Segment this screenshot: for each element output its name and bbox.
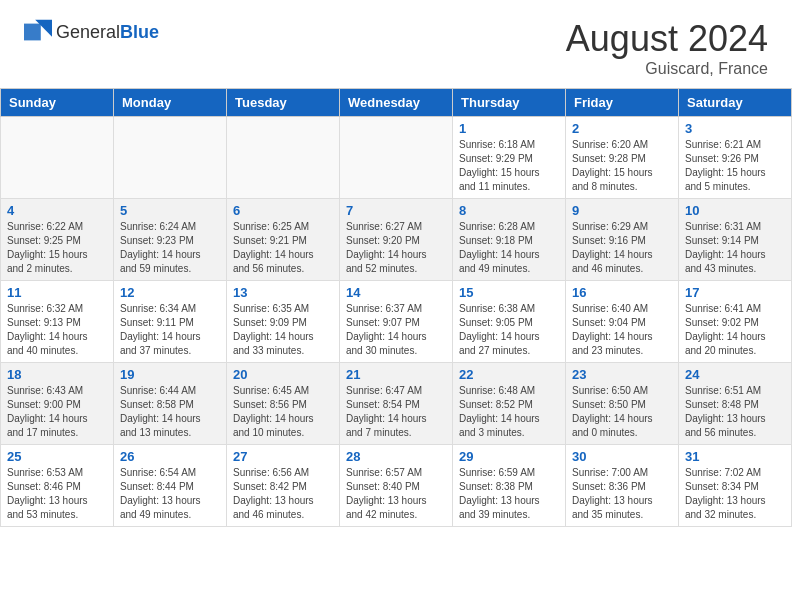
day-number-9: 9: [572, 203, 672, 218]
calendar-header: SundayMondayTuesdayWednesdayThursdayFrid…: [1, 89, 792, 117]
day-header-thursday: Thursday: [453, 89, 566, 117]
day-info-26: Sunrise: 6:54 AM Sunset: 8:44 PM Dayligh…: [120, 466, 220, 522]
day-info-13: Sunrise: 6:35 AM Sunset: 9:09 PM Dayligh…: [233, 302, 333, 358]
day-cell-13: 13Sunrise: 6:35 AM Sunset: 9:09 PM Dayli…: [227, 281, 340, 363]
day-number-11: 11: [7, 285, 107, 300]
day-info-29: Sunrise: 6:59 AM Sunset: 8:38 PM Dayligh…: [459, 466, 559, 522]
day-info-6: Sunrise: 6:25 AM Sunset: 9:21 PM Dayligh…: [233, 220, 333, 276]
day-cell-6: 6Sunrise: 6:25 AM Sunset: 9:21 PM Daylig…: [227, 199, 340, 281]
day-header-friday: Friday: [566, 89, 679, 117]
day-cell-17: 17Sunrise: 6:41 AM Sunset: 9:02 PM Dayli…: [679, 281, 792, 363]
day-info-12: Sunrise: 6:34 AM Sunset: 9:11 PM Dayligh…: [120, 302, 220, 358]
week-row-3: 11Sunrise: 6:32 AM Sunset: 9:13 PM Dayli…: [1, 281, 792, 363]
day-number-28: 28: [346, 449, 446, 464]
day-cell-9: 9Sunrise: 6:29 AM Sunset: 9:16 PM Daylig…: [566, 199, 679, 281]
day-number-19: 19: [120, 367, 220, 382]
day-info-11: Sunrise: 6:32 AM Sunset: 9:13 PM Dayligh…: [7, 302, 107, 358]
day-info-3: Sunrise: 6:21 AM Sunset: 9:26 PM Dayligh…: [685, 138, 785, 194]
day-info-9: Sunrise: 6:29 AM Sunset: 9:16 PM Dayligh…: [572, 220, 672, 276]
location: Guiscard, France: [566, 60, 768, 78]
day-number-27: 27: [233, 449, 333, 464]
week-row-1: 1Sunrise: 6:18 AM Sunset: 9:29 PM Daylig…: [1, 117, 792, 199]
day-cell-7: 7Sunrise: 6:27 AM Sunset: 9:20 PM Daylig…: [340, 199, 453, 281]
day-info-7: Sunrise: 6:27 AM Sunset: 9:20 PM Dayligh…: [346, 220, 446, 276]
day-number-10: 10: [685, 203, 785, 218]
day-info-4: Sunrise: 6:22 AM Sunset: 9:25 PM Dayligh…: [7, 220, 107, 276]
day-info-24: Sunrise: 6:51 AM Sunset: 8:48 PM Dayligh…: [685, 384, 785, 440]
day-cell-3: 3Sunrise: 6:21 AM Sunset: 9:26 PM Daylig…: [679, 117, 792, 199]
day-cell-4: 4Sunrise: 6:22 AM Sunset: 9:25 PM Daylig…: [1, 199, 114, 281]
day-cell-11: 11Sunrise: 6:32 AM Sunset: 9:13 PM Dayli…: [1, 281, 114, 363]
day-info-22: Sunrise: 6:48 AM Sunset: 8:52 PM Dayligh…: [459, 384, 559, 440]
day-info-25: Sunrise: 6:53 AM Sunset: 8:46 PM Dayligh…: [7, 466, 107, 522]
day-cell-24: 24Sunrise: 6:51 AM Sunset: 8:48 PM Dayli…: [679, 363, 792, 445]
day-cell-1: 1Sunrise: 6:18 AM Sunset: 9:29 PM Daylig…: [453, 117, 566, 199]
day-cell-15: 15Sunrise: 6:38 AM Sunset: 9:05 PM Dayli…: [453, 281, 566, 363]
logo-text-blue: Blue: [120, 22, 159, 42]
day-cell-empty: [1, 117, 114, 199]
day-header-tuesday: Tuesday: [227, 89, 340, 117]
day-cell-29: 29Sunrise: 6:59 AM Sunset: 8:38 PM Dayli…: [453, 445, 566, 527]
day-number-18: 18: [7, 367, 107, 382]
day-cell-12: 12Sunrise: 6:34 AM Sunset: 9:11 PM Dayli…: [114, 281, 227, 363]
day-cell-20: 20Sunrise: 6:45 AM Sunset: 8:56 PM Dayli…: [227, 363, 340, 445]
day-number-1: 1: [459, 121, 559, 136]
day-cell-empty: [227, 117, 340, 199]
day-number-5: 5: [120, 203, 220, 218]
day-cell-26: 26Sunrise: 6:54 AM Sunset: 8:44 PM Dayli…: [114, 445, 227, 527]
day-info-31: Sunrise: 7:02 AM Sunset: 8:34 PM Dayligh…: [685, 466, 785, 522]
day-info-20: Sunrise: 6:45 AM Sunset: 8:56 PM Dayligh…: [233, 384, 333, 440]
day-info-15: Sunrise: 6:38 AM Sunset: 9:05 PM Dayligh…: [459, 302, 559, 358]
day-number-14: 14: [346, 285, 446, 300]
day-info-14: Sunrise: 6:37 AM Sunset: 9:07 PM Dayligh…: [346, 302, 446, 358]
day-number-4: 4: [7, 203, 107, 218]
day-info-17: Sunrise: 6:41 AM Sunset: 9:02 PM Dayligh…: [685, 302, 785, 358]
day-number-20: 20: [233, 367, 333, 382]
day-cell-23: 23Sunrise: 6:50 AM Sunset: 8:50 PM Dayli…: [566, 363, 679, 445]
calendar-body: 1Sunrise: 6:18 AM Sunset: 9:29 PM Daylig…: [1, 117, 792, 527]
day-info-30: Sunrise: 7:00 AM Sunset: 8:36 PM Dayligh…: [572, 466, 672, 522]
day-info-27: Sunrise: 6:56 AM Sunset: 8:42 PM Dayligh…: [233, 466, 333, 522]
day-info-1: Sunrise: 6:18 AM Sunset: 9:29 PM Dayligh…: [459, 138, 559, 194]
day-header-sunday: Sunday: [1, 89, 114, 117]
day-number-31: 31: [685, 449, 785, 464]
day-cell-empty: [340, 117, 453, 199]
week-row-4: 18Sunrise: 6:43 AM Sunset: 9:00 PM Dayli…: [1, 363, 792, 445]
day-header-wednesday: Wednesday: [340, 89, 453, 117]
day-header-monday: Monday: [114, 89, 227, 117]
day-number-26: 26: [120, 449, 220, 464]
day-info-19: Sunrise: 6:44 AM Sunset: 8:58 PM Dayligh…: [120, 384, 220, 440]
logo-text-general: General: [56, 22, 120, 42]
day-number-13: 13: [233, 285, 333, 300]
day-cell-8: 8Sunrise: 6:28 AM Sunset: 9:18 PM Daylig…: [453, 199, 566, 281]
calendar-table: SundayMondayTuesdayWednesdayThursdayFrid…: [0, 88, 792, 527]
generalblue-logo-icon: [24, 18, 52, 46]
day-cell-25: 25Sunrise: 6:53 AM Sunset: 8:46 PM Dayli…: [1, 445, 114, 527]
day-number-15: 15: [459, 285, 559, 300]
day-cell-18: 18Sunrise: 6:43 AM Sunset: 9:00 PM Dayli…: [1, 363, 114, 445]
day-number-7: 7: [346, 203, 446, 218]
day-info-5: Sunrise: 6:24 AM Sunset: 9:23 PM Dayligh…: [120, 220, 220, 276]
day-cell-22: 22Sunrise: 6:48 AM Sunset: 8:52 PM Dayli…: [453, 363, 566, 445]
day-info-23: Sunrise: 6:50 AM Sunset: 8:50 PM Dayligh…: [572, 384, 672, 440]
day-cell-2: 2Sunrise: 6:20 AM Sunset: 9:28 PM Daylig…: [566, 117, 679, 199]
day-number-6: 6: [233, 203, 333, 218]
header-row: SundayMondayTuesdayWednesdayThursdayFrid…: [1, 89, 792, 117]
day-cell-10: 10Sunrise: 6:31 AM Sunset: 9:14 PM Dayli…: [679, 199, 792, 281]
day-number-30: 30: [572, 449, 672, 464]
day-number-22: 22: [459, 367, 559, 382]
day-cell-14: 14Sunrise: 6:37 AM Sunset: 9:07 PM Dayli…: [340, 281, 453, 363]
day-number-2: 2: [572, 121, 672, 136]
day-cell-28: 28Sunrise: 6:57 AM Sunset: 8:40 PM Dayli…: [340, 445, 453, 527]
day-cell-30: 30Sunrise: 7:00 AM Sunset: 8:36 PM Dayli…: [566, 445, 679, 527]
day-info-18: Sunrise: 6:43 AM Sunset: 9:00 PM Dayligh…: [7, 384, 107, 440]
day-cell-5: 5Sunrise: 6:24 AM Sunset: 9:23 PM Daylig…: [114, 199, 227, 281]
week-row-2: 4Sunrise: 6:22 AM Sunset: 9:25 PM Daylig…: [1, 199, 792, 281]
day-info-10: Sunrise: 6:31 AM Sunset: 9:14 PM Dayligh…: [685, 220, 785, 276]
month-title: August 2024: [566, 18, 768, 60]
day-number-21: 21: [346, 367, 446, 382]
day-info-8: Sunrise: 6:28 AM Sunset: 9:18 PM Dayligh…: [459, 220, 559, 276]
title-block: August 2024 Guiscard, France: [566, 18, 768, 78]
day-number-3: 3: [685, 121, 785, 136]
day-cell-31: 31Sunrise: 7:02 AM Sunset: 8:34 PM Dayli…: [679, 445, 792, 527]
